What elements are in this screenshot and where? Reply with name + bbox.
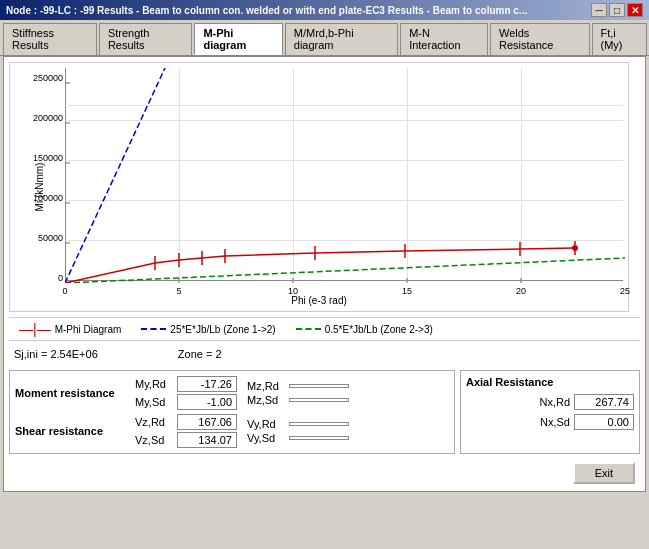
y-tick-200k: 200000 — [18, 113, 63, 123]
y-axis-label: Mi (kNmm) — [34, 163, 45, 212]
shear-vz-block: Vz,Rd 167.06 Vz,Sd 134.07 — [135, 414, 237, 448]
nx-rd-row: Nx,Rd 267.74 — [466, 394, 634, 410]
tab-strength[interactable]: Strength Results — [99, 23, 193, 55]
x-tick-5: 5 — [176, 286, 181, 296]
shear-title: Shear resistance — [15, 425, 135, 437]
tab-mn[interactable]: M-N Interaction — [400, 23, 488, 55]
x-axis-label: Phi (e-3 rad) — [291, 295, 347, 306]
my-sd-row: My,Sd -1.00 — [135, 394, 237, 410]
moment-title: Moment resistance — [15, 387, 135, 399]
axial-block: Axial Resistance Nx,Rd 267.74 Nx,Sd 0.00 — [460, 370, 640, 454]
minimize-button[interactable]: ─ — [591, 3, 607, 17]
moment-my-block: My,Rd -17.26 My,Sd -1.00 — [135, 376, 237, 410]
axial-title: Axial Resistance — [466, 376, 634, 388]
x-tick-10: 10 — [288, 286, 298, 296]
moment-mz-block: Mz,Rd Mz,Sd — [247, 380, 349, 406]
zone-info: Zone = 2 — [178, 348, 222, 360]
y-tick-150k: 150000 — [18, 153, 63, 163]
y-tick-250k: 250000 — [18, 73, 63, 83]
my-rd-row: My,Rd -17.26 — [135, 376, 237, 392]
my-sd-value: -1.00 — [177, 394, 237, 410]
tab-bar: Stiffness Results Strength Results M-Phi… — [0, 20, 649, 56]
exit-row: Exit — [9, 457, 640, 486]
exit-button[interactable]: Exit — [573, 462, 635, 484]
legend-zone12-label: 25*E*Jb/Lb (Zone 1->2) — [170, 324, 275, 335]
my-rd-value: -17.26 — [177, 376, 237, 392]
vy-sd-label: Vy,Sd — [247, 432, 285, 444]
mz-sd-label: Mz,Sd — [247, 394, 285, 406]
legend-zone23-label: 0.5*E*Jb/Lb (Zone 2->3) — [325, 324, 433, 335]
mz-sd-value — [289, 398, 349, 402]
title-bar-buttons: ─ □ ✕ — [591, 3, 643, 17]
vy-sd-value — [289, 436, 349, 440]
info-row: Sj,ini = 2.54E+06 Zone = 2 — [9, 346, 640, 362]
x-tick-0: 0 — [62, 286, 67, 296]
close-button[interactable]: ✕ — [627, 3, 643, 17]
x-tick-20: 20 — [516, 286, 526, 296]
x-tick-15: 15 — [402, 286, 412, 296]
moment-resistance-row: Moment resistance My,Rd -17.26 My,Sd -1.… — [15, 376, 449, 410]
tab-stiffness[interactable]: Stiffness Results — [3, 23, 97, 55]
vy-sd-row: Vy,Sd — [247, 432, 349, 444]
vy-rd-label: Vy,Rd — [247, 418, 285, 430]
y-tick-100k: 100000 — [18, 193, 63, 203]
resistance-section: Moment resistance My,Rd -17.26 My,Sd -1.… — [9, 367, 640, 457]
mz-rd-label: Mz,Rd — [247, 380, 285, 392]
chart-area: Mi (kNmm) Phi (e-3 rad) 0 50000 100000 1… — [9, 62, 629, 312]
vz-rd-value: 167.06 — [177, 414, 237, 430]
legend-zone12: 25*E*Jb/Lb (Zone 1->2) — [141, 324, 275, 335]
vz-sd-label: Vz,Sd — [135, 434, 173, 446]
shear-resistance-row: Shear resistance Vz,Rd 167.06 Vz,Sd 134.… — [15, 414, 449, 448]
svg-point-10 — [572, 245, 578, 251]
legend-mphi: —|— M-Phi Diagram — [19, 322, 121, 336]
vy-rd-row: Vy,Rd — [247, 418, 349, 430]
mz-rd-value — [289, 384, 349, 388]
nx-sd-row: Nx,Sd 0.00 — [466, 414, 634, 430]
tab-mphi[interactable]: M-Phi diagram — [194, 23, 282, 55]
tab-mmrd[interactable]: M/Mrd,b-Phi diagram — [285, 23, 398, 55]
svg-line-1 — [65, 258, 625, 283]
vy-rd-value — [289, 422, 349, 426]
x-tick-25: 25 — [620, 286, 630, 296]
nx-sd-label: Nx,Sd — [540, 416, 570, 428]
tab-fti[interactable]: Ft,i (My) — [592, 23, 647, 55]
moment-shear-block: Moment resistance My,Rd -17.26 My,Sd -1.… — [9, 370, 455, 454]
shear-vy-block: Vy,Rd Vy,Sd — [247, 418, 349, 444]
window-title: Node : -99-LC : -99 Results - Beam to co… — [6, 5, 527, 16]
sj-ini-info: Sj,ini = 2.54E+06 — [14, 348, 98, 360]
vz-sd-row: Vz,Sd 134.07 — [135, 432, 237, 448]
vz-rd-label: Vz,Rd — [135, 416, 173, 428]
legend-zone23: 0.5*E*Jb/Lb (Zone 2->3) — [296, 324, 433, 335]
my-rd-label: My,Rd — [135, 378, 173, 390]
nx-rd-value: 267.74 — [574, 394, 634, 410]
vz-rd-row: Vz,Rd 167.06 — [135, 414, 237, 430]
main-content: Mi (kNmm) Phi (e-3 rad) 0 50000 100000 1… — [3, 56, 646, 492]
vz-sd-value: 134.07 — [177, 432, 237, 448]
svg-line-0 — [65, 68, 165, 283]
y-tick-50k: 50000 — [18, 233, 63, 243]
mz-sd-row: Mz,Sd — [247, 394, 349, 406]
title-bar: Node : -99-LC : -99 Results - Beam to co… — [0, 0, 649, 20]
y-tick-0: 0 — [18, 273, 63, 283]
nx-rd-label: Nx,Rd — [539, 396, 570, 408]
legend-mphi-label: M-Phi Diagram — [55, 324, 122, 335]
my-sd-label: My,Sd — [135, 396, 173, 408]
maximize-button[interactable]: □ — [609, 3, 625, 17]
legend-area: —|— M-Phi Diagram 25*E*Jb/Lb (Zone 1->2)… — [9, 317, 640, 341]
tab-welds[interactable]: Welds Resistance — [490, 23, 590, 55]
nx-sd-value: 0.00 — [574, 414, 634, 430]
chart-svg — [65, 68, 625, 283]
mz-rd-row: Mz,Rd — [247, 380, 349, 392]
